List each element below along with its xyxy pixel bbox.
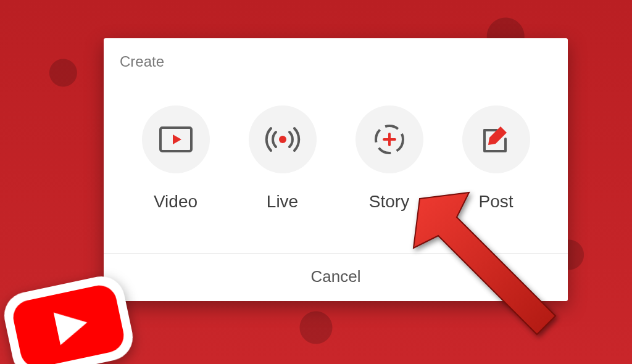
create-option-live[interactable]: Live xyxy=(249,105,317,212)
create-option-story-label: Story xyxy=(369,192,409,212)
create-options-row: Video Live xyxy=(104,77,568,253)
svg-point-2 xyxy=(279,136,286,143)
dialog-title: Create xyxy=(104,38,568,77)
cancel-button[interactable]: Cancel xyxy=(104,254,568,301)
create-option-story[interactable]: Story xyxy=(356,105,423,212)
create-option-video-label: Video xyxy=(154,192,198,212)
create-option-post[interactable]: Post xyxy=(462,105,530,212)
story-icon xyxy=(356,105,423,173)
create-option-post-label: Post xyxy=(478,192,513,212)
create-dialog: Create Video Liv xyxy=(104,38,568,301)
post-icon xyxy=(462,105,530,173)
create-option-video[interactable]: Video xyxy=(142,105,210,212)
live-icon xyxy=(249,105,317,173)
create-option-live-label: Live xyxy=(267,192,298,212)
video-icon xyxy=(142,105,210,173)
svg-marker-1 xyxy=(173,134,181,144)
